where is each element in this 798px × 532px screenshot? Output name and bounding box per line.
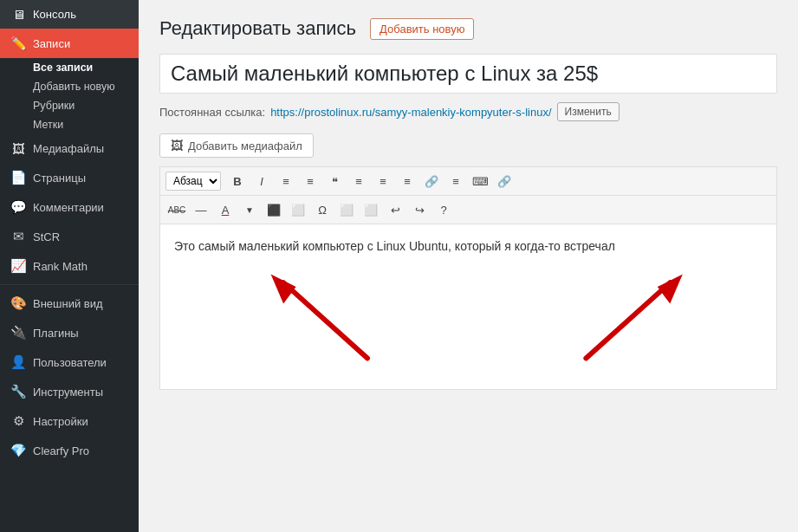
arrows-overlay	[174, 256, 762, 377]
custom-link-button[interactable]: 🔗	[493, 171, 516, 191]
link-button[interactable]: 🔗	[420, 171, 443, 191]
comments-icon: 💬	[10, 199, 26, 215]
sidebar-item-plugins[interactable]: 🔌 Плагины	[0, 318, 139, 347]
sidebar-item-settings[interactable]: ⚙ Настройки	[0, 406, 139, 436]
ordered-list-button[interactable]: ≡	[299, 171, 321, 191]
permalink-label: Постоянная ссылка:	[159, 106, 265, 119]
hr-button[interactable]: —	[190, 199, 212, 220]
text-color-button[interactable]: A	[214, 199, 237, 220]
align-center-button[interactable]: ≡	[372, 171, 394, 191]
stcr-icon: ✉	[10, 229, 26, 244]
more-button[interactable]: ≡	[444, 171, 467, 191]
sidebar-item-users[interactable]: 👤 Пользователи	[0, 347, 139, 377]
sidebar-item-console[interactable]: 🖥 Консоль	[0, 0, 139, 29]
sidebar-sub-add-new[interactable]: Добавить новую	[0, 77, 139, 96]
editor-toolbar-row1: Абзац B I ≡ ≡ ❝ ≡ ≡ ≡ 🔗 ≡ ⌨ 🔗	[159, 166, 777, 195]
editor-body[interactable]: Это самый маленький компьютер с Linux Ub…	[159, 224, 777, 390]
sidebar-item-posts[interactable]: ✏️ Записи	[0, 29, 139, 58]
appearance-icon: 🎨	[10, 295, 26, 311]
rankmath-icon: 📈	[10, 258, 26, 274]
add-new-button[interactable]: Добавить новую	[370, 18, 474, 40]
editor-toolbar-row2: ABC — A ▼ ⬛ ⬜ Ω ⬜ ⬜ ↩ ↪ ?	[159, 195, 777, 224]
page-header: Редактировать запись Добавить новую	[159, 17, 777, 40]
plugins-icon: 🔌	[10, 325, 26, 341]
italic-button[interactable]: I	[250, 171, 273, 191]
strikethrough-button[interactable]: ABC	[165, 199, 188, 220]
indent-button[interactable]: ⬜	[335, 199, 358, 220]
svg-marker-3	[658, 275, 683, 304]
outdent-button[interactable]: ⬜	[360, 199, 382, 220]
sidebar-sub-all-posts[interactable]: Все записи	[0, 58, 139, 77]
align-left-button[interactable]: ≡	[347, 171, 370, 191]
sidebar: 🖥 Консоль ✏️ Записи Все записи Добавить …	[0, 0, 139, 532]
media-add-icon: 🖼	[171, 139, 183, 152]
sidebar-item-pages[interactable]: 📄 Страницы	[0, 163, 139, 192]
help-button[interactable]: ?	[432, 199, 455, 220]
keyboard-button[interactable]: ⌨	[469, 171, 491, 191]
sidebar-item-comments[interactable]: 💬 Комментарии	[0, 192, 139, 222]
main-content: Редактировать запись Добавить новую Пост…	[139, 0, 798, 532]
sidebar-item-clearfy[interactable]: 💎 Clearfy Pro	[0, 436, 139, 465]
svg-marker-1	[271, 275, 296, 304]
permalink-row: Постоянная ссылка: https://prostolinux.r…	[159, 102, 777, 121]
users-icon: 👤	[10, 354, 26, 370]
page-title: Редактировать запись	[159, 17, 356, 40]
paste-from-word-button[interactable]: ⬛	[263, 199, 285, 220]
permalink-link[interactable]: https://prostolinux.ru/samyy-malenkiy-ko…	[270, 106, 551, 119]
pages-icon: 📄	[10, 170, 26, 185]
align-right-button[interactable]: ≡	[396, 171, 418, 191]
tools-icon: 🔧	[10, 384, 26, 399]
editor-content: Это самый маленький компьютер с Linux Ub…	[174, 237, 762, 256]
special-chars-button[interactable]: Ω	[311, 199, 334, 220]
sidebar-item-tools[interactable]: 🔧 Инструменты	[0, 377, 139, 406]
bold-button[interactable]: B	[226, 171, 249, 191]
media-icon: 🖼	[10, 141, 26, 156]
sidebar-item-stcr[interactable]: ✉ StCR	[0, 222, 139, 251]
console-icon: 🖥	[10, 7, 26, 22]
sidebar-item-rankmath[interactable]: 📈 Rank Math	[0, 251, 139, 281]
format-select[interactable]: Абзац	[165, 172, 221, 191]
sidebar-sub-tags[interactable]: Метки	[0, 115, 139, 134]
sidebar-item-media[interactable]: 🖼 Медиафайлы	[0, 134, 139, 163]
color-dropdown-button[interactable]: ▼	[238, 199, 261, 220]
svg-line-2	[586, 283, 670, 359]
sidebar-item-appearance[interactable]: 🎨 Внешний вид	[0, 289, 139, 318]
redo-button[interactable]: ↪	[408, 199, 431, 220]
clear-formatting-button[interactable]: ⬜	[287, 199, 309, 220]
right-arrow	[586, 275, 683, 359]
post-title-input[interactable]	[159, 54, 777, 94]
svg-line-0	[283, 283, 367, 359]
left-arrow	[271, 275, 368, 359]
blockquote-button[interactable]: ❝	[323, 171, 346, 191]
unordered-list-button[interactable]: ≡	[275, 171, 297, 191]
clearfy-icon: 💎	[10, 443, 26, 458]
posts-icon: ✏️	[10, 36, 26, 51]
add-media-button[interactable]: 🖼 Добавить медиафайл	[159, 133, 314, 158]
change-permalink-button[interactable]: Изменить	[557, 102, 620, 121]
sidebar-sub-categories[interactable]: Рубрики	[0, 96, 139, 115]
settings-icon: ⚙	[10, 413, 26, 429]
undo-button[interactable]: ↩	[384, 199, 406, 220]
